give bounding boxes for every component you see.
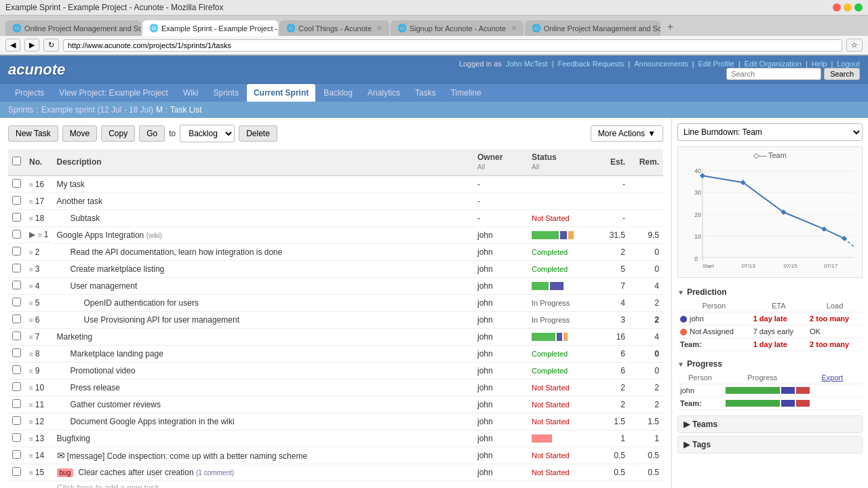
task-icon: ≡	[29, 300, 33, 307]
minimize-button[interactable]	[844, 3, 852, 12]
row-desc[interactable]: Another task	[53, 193, 473, 210]
row-desc[interactable]: Promotional video	[53, 363, 473, 380]
help-link[interactable]: Help	[812, 60, 827, 68]
row-desc[interactable]: Gather customer reviews	[53, 396, 473, 413]
row-check[interactable]	[8, 261, 25, 278]
nav-sprints[interactable]: Sprints	[207, 84, 245, 102]
add-task-row[interactable]: Click here to add a new task	[8, 481, 663, 489]
teams-header[interactable]: ▶ Teams	[678, 416, 862, 432]
row-desc[interactable]: Use Provisioning API for user management	[53, 312, 473, 329]
logged-in-label: Logged in as	[459, 60, 502, 68]
edit-profile-link[interactable]: Edit Profile	[698, 60, 734, 68]
prediction-section-header[interactable]: ▼ Prediction	[677, 285, 863, 300]
user-link[interactable]: John McTest	[506, 60, 548, 68]
nav-tasks[interactable]: Tasks	[408, 84, 443, 102]
breadcrumb-sprint[interactable]: Example sprint (12 Jul - 18 Jul)	[41, 105, 153, 115]
row-check[interactable]	[8, 295, 25, 312]
nav-analytics[interactable]: Analytics	[361, 84, 407, 102]
window-controls[interactable]	[833, 3, 863, 12]
new-task-button[interactable]: New Task	[8, 125, 58, 142]
go-button[interactable]: Go	[139, 125, 165, 142]
close-button[interactable]	[833, 3, 841, 12]
browser-tab-3[interactable]: 🌐 Cool Things - Acunote ×	[279, 20, 389, 36]
browser-tab-1[interactable]: 🌐 Online Project Management and Scr... ×	[5, 20, 141, 36]
new-tab-button[interactable]: +	[662, 18, 679, 36]
row-check[interactable]	[8, 380, 25, 396]
row-check[interactable]	[8, 278, 25, 295]
progress-section-header[interactable]: ▼ Progress	[677, 357, 863, 371]
row-check[interactable]	[8, 363, 25, 380]
row-check[interactable]	[8, 193, 25, 210]
row-desc[interactable]: OpenID authentication for users	[53, 295, 473, 312]
row-desc[interactable]: Read the API documentation, learn how in…	[53, 244, 473, 261]
task-toolbar: New Task Move Copy Go to Backlog Delete …	[8, 125, 663, 142]
export-link[interactable]: Export	[821, 373, 843, 382]
nav-projects[interactable]: Projects	[8, 84, 51, 102]
row-desc[interactable]: Document Google Apps integration in the …	[53, 413, 473, 430]
nav-timeline[interactable]: Timeline	[444, 84, 488, 102]
expand-icon[interactable]: ▶	[29, 230, 35, 239]
address-input[interactable]	[63, 39, 842, 52]
destination-select[interactable]: Backlog	[180, 125, 235, 142]
nav-current-sprint[interactable]: Current Sprint	[247, 84, 315, 102]
row-check[interactable]	[8, 244, 25, 261]
row-no: ≡4	[25, 278, 53, 295]
nav-backlog[interactable]: Backlog	[317, 84, 359, 102]
row-desc[interactable]: bug Clear caches after user creation (1 …	[53, 464, 473, 481]
browser-tab-2[interactable]: 🌐 Example Sprint - Example Project -... …	[142, 20, 278, 36]
copy-button[interactable]: Copy	[101, 125, 135, 142]
row-check[interactable]	[8, 447, 25, 464]
row-check[interactable]	[8, 227, 25, 244]
row-desc[interactable]: Create marketplace listing	[53, 261, 473, 278]
feedback-link[interactable]: Feedback Requests	[557, 60, 624, 68]
row-check[interactable]	[8, 176, 25, 193]
row-check[interactable]	[8, 413, 25, 430]
row-check[interactable]	[8, 329, 25, 346]
row-check[interactable]	[8, 464, 25, 481]
breadcrumb-sprints[interactable]: Sprints	[8, 105, 33, 115]
search-input[interactable]	[726, 68, 821, 80]
browser-tab-5[interactable]: 🌐 Online Project Management and Scr... ×	[525, 20, 660, 36]
select-all-checkbox[interactable]	[12, 157, 21, 165]
announcements-link[interactable]: Announcements	[634, 60, 688, 68]
row-desc[interactable]: Subtask	[53, 210, 473, 227]
nav-view-project[interactable]: View Project: Example Project	[52, 84, 175, 102]
forward-button[interactable]: ▶	[24, 39, 39, 52]
row-rem: 0.5	[629, 464, 663, 481]
row-check[interactable]	[8, 396, 25, 413]
comment-link[interactable]: (1 comment)	[196, 469, 234, 476]
row-desc[interactable]: Google Apps Integration (wiki)	[53, 227, 473, 244]
tab-close-3[interactable]: ×	[377, 23, 382, 33]
reload-button[interactable]: ↻	[43, 39, 59, 52]
edit-org-link[interactable]: Edit Organization	[745, 60, 802, 68]
row-desc[interactable]: ✉ [message] Code inspection: come up wit…	[53, 447, 473, 464]
burndown-select[interactable]: Line Burndown: Team	[677, 123, 863, 141]
move-button[interactable]: Move	[62, 125, 97, 142]
add-task-link[interactable]: Click here to add a new task	[53, 481, 663, 489]
back-button[interactable]: ◀	[5, 39, 20, 52]
logout-link[interactable]: Logout	[837, 60, 860, 68]
row-desc[interactable]: Bugfixing	[53, 430, 473, 447]
row-desc[interactable]: Marketing	[53, 329, 473, 346]
predicted-line	[844, 239, 854, 247]
row-desc[interactable]: Marketplace landing page	[53, 346, 473, 363]
nav-wiki[interactable]: Wiki	[176, 84, 205, 102]
search-button[interactable]: Search	[824, 68, 860, 80]
add-task-text[interactable]: Click here to add a new task	[57, 483, 159, 488]
row-desc[interactable]: User management	[53, 278, 473, 295]
bookmark-button[interactable]: ☆	[846, 39, 863, 52]
browser-tab-4[interactable]: 🌐 Signup for Acunote - Acunote ×	[391, 20, 524, 36]
row-check[interactable]	[8, 312, 25, 329]
row-check[interactable]	[8, 346, 25, 363]
row-desc[interactable]: My task	[53, 176, 473, 193]
row-desc[interactable]: Press release	[53, 380, 473, 396]
tab-close-4[interactable]: ×	[511, 23, 517, 33]
delete-button[interactable]: Delete	[239, 125, 277, 142]
maximize-button[interactable]	[854, 3, 863, 12]
table-row: ≡13 Bugfixing john 1 1	[8, 430, 663, 447]
row-rem: 0	[629, 244, 663, 261]
more-actions-button[interactable]: More Actions ▼	[591, 125, 663, 142]
row-check[interactable]	[8, 210, 25, 227]
row-check[interactable]	[8, 430, 25, 447]
tags-header[interactable]: ▶ Tags	[678, 436, 862, 453]
